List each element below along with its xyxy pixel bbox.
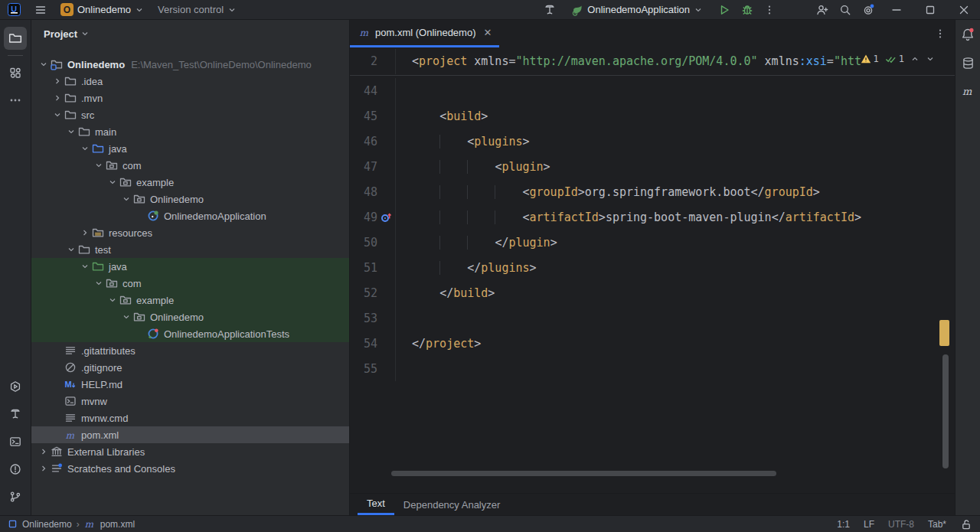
chevron-down-icon[interactable] [79, 260, 91, 273]
tree-row-mvnw-cmd[interactable]: mvnw.cmd [31, 410, 349, 426]
checks-indicator[interactable]: 1 [885, 54, 904, 64]
code-line-53[interactable]: 53 [350, 305, 955, 331]
tree-row-main[interactable]: main [31, 123, 349, 140]
tree-row-onlinedemoapplication[interactable]: OnlinedemoApplication [31, 207, 349, 224]
project-widget[interactable]: O Onlinedemo [57, 2, 147, 18]
tree-row-onlinedemo[interactable]: Onlinedemo [31, 191, 349, 207]
build-button[interactable] [544, 4, 556, 16]
breadcrumb-file[interactable]: pom.xml [100, 519, 135, 530]
code-line-44[interactable]: 44 [350, 78, 955, 103]
code-line-45[interactable]: 45 <build> [350, 103, 955, 129]
chevron-down-icon[interactable] [65, 243, 77, 256]
line-ending[interactable]: LF [864, 519, 874, 530]
project-panel-header[interactable]: Project [31, 20, 349, 47]
tree-row-onlinedemo[interactable]: OnlinedemoE:\Maven_Test\OnlineDemo\Onlin… [31, 56, 349, 73]
caret-position[interactable]: 1:1 [837, 519, 850, 530]
chevron-right-icon[interactable] [51, 92, 64, 104]
readonly-toggle[interactable] [960, 518, 972, 530]
problems-toolwindow-button[interactable] [4, 458, 27, 481]
next-problem-button[interactable] [926, 54, 935, 64]
code-line-54[interactable]: 54</project> [350, 331, 955, 356]
more-toolwindows-button[interactable] [4, 89, 27, 112]
tree-row-test[interactable]: test [31, 241, 349, 258]
editor-tab-pomxml[interactable]: m pom.xml (Onlinedemo) ✕ [350, 20, 499, 47]
code-area[interactable]: 4445 <build>46 <plugins>47 <plugin>48 <g… [350, 76, 955, 493]
chevron-right-icon[interactable] [38, 446, 50, 458]
tree-row-resources[interactable]: resources [31, 224, 349, 241]
tree-row--gitattributes[interactable]: .gitattributes [31, 342, 349, 359]
code-line-55[interactable]: 55 [350, 356, 955, 381]
debug-button[interactable] [741, 4, 753, 16]
inspection-widget[interactable]: 1 1 [861, 54, 935, 64]
tree-row-pom-xml[interactable]: mpom.xml [31, 426, 349, 443]
breadcrumb-project[interactable]: Onlinedemo [22, 519, 72, 530]
notifications-button[interactable] [961, 28, 975, 41]
code-line-51[interactable]: 51 </plugins> [350, 255, 955, 280]
breadcrumb[interactable]: Onlinedemo › m pom.xml [8, 518, 135, 530]
warnings-indicator[interactable]: 1 [861, 54, 879, 64]
code-line-49[interactable]: 49 <artifactId>spring-boot-maven-plugin<… [350, 204, 955, 230]
code-line-46[interactable]: 46 <plugins> [350, 129, 955, 154]
tree-row-com[interactable]: com [31, 157, 349, 174]
services-toolwindow-button[interactable] [4, 375, 27, 398]
tree-row--gitignore[interactable]: .gitignore [31, 359, 349, 376]
vcs-widget[interactable]: Version control [155, 2, 240, 17]
tree-row-example[interactable]: example [31, 292, 349, 308]
tree-row-mvnw[interactable]: mvnw [31, 393, 349, 410]
vertical-scrollbar[interactable] [942, 354, 949, 468]
chevron-down-icon[interactable] [93, 159, 105, 171]
tree-row-src[interactable]: src [31, 106, 349, 123]
database-toolwindow-button[interactable] [962, 57, 975, 70]
chevron-down-icon[interactable] [51, 109, 64, 121]
chevron-down-icon[interactable] [106, 294, 119, 306]
git-toolwindow-button[interactable] [4, 485, 27, 508]
tree-row-onlinedemoapplicationtests[interactable]: OnlinedemoApplicationTests [31, 325, 349, 342]
chevron-down-icon[interactable] [120, 311, 132, 323]
tab-text[interactable]: Text [358, 494, 394, 515]
minimize-button[interactable] [885, 4, 908, 16]
chevron-right-icon[interactable] [79, 227, 91, 239]
tab-options-button[interactable] [926, 20, 955, 47]
tree-row-scratches-and-consoles[interactable]: Scratches and Consoles [31, 460, 349, 477]
close-tab-icon[interactable]: ✕ [484, 27, 492, 38]
more-actions-button[interactable] [764, 4, 775, 16]
sticky-line-2[interactable]: 2<project xmlns="http://maven.apache.org… [350, 47, 955, 76]
code-line-50[interactable]: 50 </plugin> [350, 230, 955, 255]
indent-style[interactable]: Tab* [928, 519, 946, 530]
file-encoding[interactable]: UTF-8 [888, 519, 914, 530]
tree-row--mvn[interactable]: .mvn [31, 90, 349, 106]
code-line-2[interactable]: 2<project xmlns="http://maven.apache.org… [350, 49, 861, 74]
chevron-down-icon[interactable] [106, 176, 119, 188]
warning-stripe-marker[interactable] [939, 320, 949, 346]
tree-row-example[interactable]: example [31, 174, 349, 191]
tree-row-onlinedemo[interactable]: Onlinedemo [31, 308, 349, 325]
build-toolwindow-button[interactable] [4, 403, 27, 426]
horizontal-scrollbar[interactable] [391, 471, 776, 476]
project-toolwindow-button[interactable] [4, 27, 27, 50]
maximize-button[interactable] [919, 4, 942, 16]
run-button[interactable] [718, 4, 730, 16]
settings-button[interactable] [862, 4, 874, 16]
tree-row-java[interactable]: java [31, 140, 349, 157]
app-logo-icon[interactable] [5, 2, 24, 18]
code-line-47[interactable]: 47 <plugin> [350, 154, 955, 179]
tree-row--idea[interactable]: .idea [31, 73, 349, 90]
structure-toolwindow-button[interactable] [4, 61, 27, 84]
run-gutter-icon[interactable] [377, 204, 396, 230]
maven-toolwindow-button[interactable]: m [962, 85, 974, 97]
search-everywhere-button[interactable] [839, 4, 851, 16]
chevron-down-icon[interactable] [120, 193, 132, 205]
tab-dependency-analyzer[interactable]: Dependency Analyzer [394, 494, 509, 515]
chevron-right-icon[interactable] [51, 75, 64, 87]
chevron-down-icon[interactable] [79, 142, 91, 155]
close-button[interactable] [952, 4, 975, 16]
run-configuration-selector[interactable]: OnlinedemoApplication [567, 2, 707, 18]
tree-row-external-libraries[interactable]: External Libraries [31, 443, 349, 460]
chevron-down-icon[interactable] [65, 126, 77, 138]
chevron-down-icon[interactable] [38, 58, 50, 70]
code-line-52[interactable]: 52 </build> [350, 280, 955, 305]
terminal-toolwindow-button[interactable] [4, 430, 27, 453]
tree-row-com[interactable]: com [31, 275, 349, 292]
code-line-48[interactable]: 48 <groupId>org.springframework.boot</gr… [350, 179, 955, 204]
tree-row-java[interactable]: java [31, 258, 349, 275]
